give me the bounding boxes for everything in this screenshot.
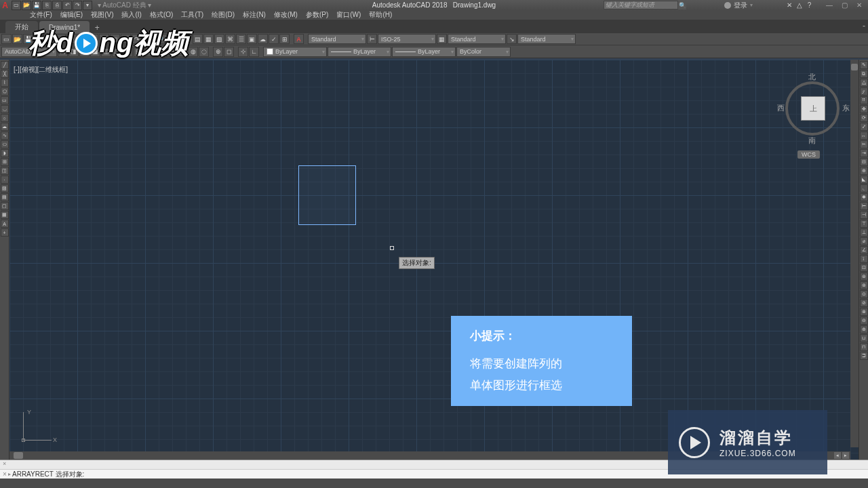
menu-param[interactable]: 参数(P) <box>302 10 332 20</box>
tb-block2-icon[interactable]: ◻ <box>224 47 234 57</box>
tb-save-icon[interactable]: 💾 <box>23 34 33 44</box>
menu-edit[interactable]: 编辑(E) <box>56 10 87 20</box>
dim7-icon[interactable]: ⟟ <box>860 255 868 263</box>
xline-icon[interactable]: ╳ <box>1 70 9 78</box>
dim4-icon[interactable]: ⊥ <box>860 228 868 237</box>
minimize-button[interactable]: — <box>822 1 837 10</box>
arc-icon[interactable]: ◡ <box>1 105 9 113</box>
stretch-icon[interactable]: ↔ <box>860 131 868 140</box>
ucs-icon[interactable]: Y X <box>22 409 59 446</box>
tb-text-icon[interactable]: A <box>294 34 304 44</box>
break-icon[interactable]: ⊟ <box>860 158 868 166</box>
selected-rectangle[interactable] <box>298 165 356 225</box>
tb-sheet-icon[interactable]: ▦ <box>203 34 214 44</box>
tb-zoom-icon[interactable]: 🔍 <box>157 34 167 44</box>
rect-icon[interactable]: ▭ <box>1 96 9 104</box>
tb-layera-icon[interactable]: ◍ <box>188 47 198 57</box>
drawing-canvas[interactable]: [-][俯视][二维线框] 选择对象: Y X 上 北 南 东 西 WCS 小提… <box>9 60 859 460</box>
mlstyle-combo[interactable]: Standard <box>517 34 576 44</box>
dim13-icon[interactable]: ⊗ <box>860 308 868 316</box>
ellipsearc-icon[interactable]: ◗ <box>1 149 9 157</box>
tb-open-icon[interactable]: 📂 <box>12 34 22 44</box>
scrollbar-vertical[interactable] <box>850 60 859 447</box>
viewcube-north-label[interactable]: 北 <box>808 72 816 82</box>
tb-preview-icon[interactable]: 👁 <box>45 34 55 44</box>
cmd-close-icon[interactable]: × <box>3 460 6 468</box>
rotate-icon[interactable]: ⟳ <box>860 114 868 122</box>
tb-prop-icon[interactable]: ▤ <box>193 34 203 44</box>
region-icon[interactable]: ▢ <box>1 202 9 210</box>
tb-zoomw-icon[interactable]: ⌖ <box>178 34 189 44</box>
tb-match-icon[interactable]: ✎ <box>99 34 109 44</box>
menu-file[interactable]: 文件(F) <box>26 10 56 20</box>
erase-icon[interactable]: ✎ <box>860 61 868 69</box>
join-icon[interactable]: ⊕ <box>860 167 868 175</box>
pline-icon[interactable]: ⌇ <box>1 79 9 87</box>
qat-dropdown-icon[interactable]: ▾ <box>83 1 92 10</box>
polygon-icon[interactable]: ⬠ <box>1 87 9 96</box>
qat-undo-icon[interactable]: ↶ <box>62 1 72 10</box>
search-icon[interactable]: 🔍 <box>678 1 686 9</box>
tb-layerp-icon[interactable]: ◰ <box>134 47 144 57</box>
tb-insert-icon[interactable]: ⊕ <box>213 47 223 57</box>
qat-new-icon[interactable]: ▭ <box>12 1 21 10</box>
array-icon[interactable]: ⠿ <box>860 96 868 104</box>
tb-cut-icon[interactable]: ✂ <box>66 34 77 44</box>
tb-dim-icon[interactable]: ⊢ <box>367 34 377 44</box>
qat-redo-icon[interactable]: ↷ <box>73 1 82 10</box>
tb-layerb-icon[interactable]: ◌ <box>199 47 209 57</box>
menu-format[interactable]: 格式(O) <box>146 10 177 20</box>
qat-plot-icon[interactable]: ⎙ <box>52 1 62 10</box>
dim8-icon[interactable]: ⊡ <box>860 264 868 272</box>
dim11-icon[interactable]: ⊙ <box>860 290 868 298</box>
workspace-label[interactable]: ▾ AutoCAD 经典 ▾ <box>98 1 151 10</box>
viewcube-top-face[interactable]: 上 <box>801 96 825 121</box>
makeblk-icon[interactable]: ◫ <box>1 167 9 175</box>
a360-icon[interactable]: △ <box>795 1 804 9</box>
status-bar[interactable] <box>0 479 868 488</box>
dim10-icon[interactable]: ⊚ <box>860 281 868 289</box>
move-icon[interactable]: ✥ <box>860 105 868 113</box>
viewcube-west-label[interactable]: 西 <box>777 103 785 113</box>
insertblk-icon[interactable]: ⊞ <box>1 158 9 166</box>
tb-qcalc-icon[interactable]: ⊞ <box>279 34 290 44</box>
tb-layer-icon[interactable]: ☰ <box>236 34 246 44</box>
menu-dim[interactable]: 标注(N) <box>239 10 270 20</box>
extend-icon[interactable]: ⇥ <box>860 149 868 157</box>
explode-icon[interactable]: ✱ <box>860 193 868 201</box>
tb-layers-icon[interactable]: ◨ <box>68 47 79 57</box>
tb-layerl-icon[interactable]: ◪ <box>90 47 100 57</box>
tablestyle-combo[interactable]: Standard <box>448 34 506 44</box>
fillet-icon[interactable]: ◟ <box>860 184 868 192</box>
tb-new-icon[interactable]: ▭ <box>1 34 12 44</box>
viewcube[interactable]: 上 北 南 东 西 WCS <box>778 68 846 156</box>
textstyle-combo[interactable]: Standard <box>308 34 366 44</box>
menu-draw[interactable]: 绘图(D) <box>208 10 239 20</box>
tb-cloud-icon[interactable]: ☁ <box>258 34 268 44</box>
dim6-icon[interactable]: ∠ <box>860 246 868 254</box>
revcloud-icon[interactable]: ☁ <box>1 123 9 131</box>
qat-saveas-icon[interactable]: ⎘ <box>42 1 52 10</box>
close-button[interactable]: ✕ <box>852 1 867 10</box>
tb-wcs-icon[interactable]: ⊹ <box>238 47 248 57</box>
table-icon[interactable]: ▦ <box>1 211 9 219</box>
color-combo[interactable]: ByLayer <box>263 47 327 57</box>
tb-layerw-icon[interactable]: ◱ <box>144 47 155 57</box>
mirror-icon[interactable]: ⧋ <box>860 79 868 87</box>
tb-paste-icon[interactable]: 📋 <box>88 34 98 44</box>
tb-pan-icon[interactable]: ✋ <box>146 34 156 44</box>
dim1-icon[interactable]: ⊢ <box>860 202 868 210</box>
tb-layerf-icon[interactable]: ◧ <box>79 47 90 57</box>
tab-drawing1[interactable]: Drawing1* <box>39 21 90 33</box>
viewcube-wcs-label[interactable]: WCS <box>797 150 820 159</box>
tb-redo-icon[interactable]: ↷ <box>132 34 142 44</box>
tb-layerm-icon[interactable]: ◩ <box>58 47 68 57</box>
command-input[interactable]: × ARRAYRECT 选择对象: <box>0 469 868 479</box>
dim17-icon[interactable]: ⊓ <box>860 343 868 351</box>
tb-layerz-icon[interactable]: ▬ <box>177 47 187 57</box>
line-icon[interactable]: ╱ <box>1 61 9 69</box>
menu-help[interactable]: 帮助(H) <box>365 10 396 20</box>
menu-insert[interactable]: 插入(I) <box>117 10 145 20</box>
dim12-icon[interactable]: ⊘ <box>860 299 868 307</box>
offset-icon[interactable]: ⫽ <box>860 87 868 96</box>
